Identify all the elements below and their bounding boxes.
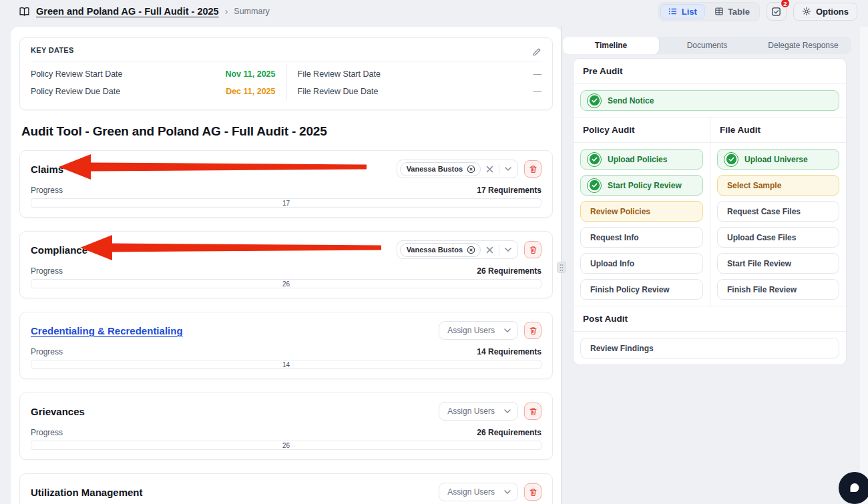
edit-dates-button[interactable] [529, 45, 544, 61]
file-audit-column: File Audit Upload Universe Select Sample… [710, 117, 846, 306]
table-icon [714, 7, 724, 16]
key-dates-card: KEY DATES Policy Review Start Date Nov 1… [19, 37, 553, 110]
trash-icon [529, 488, 537, 497]
chat-widget-button[interactable] [839, 472, 868, 504]
delete-section-button[interactable] [524, 483, 541, 501]
progress-label: Progress [31, 347, 63, 356]
delete-section-button[interactable] [524, 160, 541, 178]
file-review-due-row: File Review Due Date — [298, 83, 542, 100]
chevron-down-icon[interactable] [505, 167, 511, 171]
chat-bubble-icon [848, 481, 861, 495]
timeline-step-select-sample[interactable]: Select Sample [717, 175, 839, 196]
view-toggle: List Table [658, 2, 760, 21]
chevron-down-icon[interactable] [504, 409, 511, 413]
section-title-grievances: Grievances [31, 406, 85, 417]
requirements-count: 14 Requirements [477, 347, 541, 356]
pre-audit-header: Pre Audit [574, 59, 846, 84]
assign-users-select[interactable]: Assign Users [439, 483, 518, 501]
timeline-step-label: Upload Policies [608, 155, 667, 164]
timeline-step-finish-policy-review[interactable]: Finish Policy Review [580, 279, 703, 300]
breadcrumb-audit-link[interactable]: Green and Poland AG - Full Audit - 2025 [36, 6, 219, 17]
tasks-count-badge: 2 [780, 0, 791, 9]
assignee-select[interactable]: Vanessa Bustos [397, 160, 518, 178]
trash-icon [529, 246, 537, 254]
chevron-down-icon[interactable] [504, 490, 511, 494]
progress-bar-value: 26 [31, 441, 541, 449]
clear-selection-icon[interactable] [486, 246, 493, 254]
check-square-icon [771, 7, 781, 17]
post-audit-section: Post Audit Review Findings [574, 306, 846, 364]
section-title-compliance: Compliance [31, 244, 87, 256]
policy-review-start-row: Policy Review Start Date Nov 11, 2025 [31, 65, 276, 83]
remove-assignee-icon[interactable] [467, 246, 475, 254]
timeline-step-upload-info[interactable]: Upload Info [580, 253, 703, 274]
timeline-step-label: Request Info [590, 233, 639, 242]
timeline-step-label: Select Sample [727, 181, 781, 190]
assignee-chip[interactable]: Vanessa Bustos [400, 162, 481, 176]
timeline-step-review-findings[interactable]: Review Findings [580, 338, 839, 358]
timeline-step-finish-file-review[interactable]: Finish File Review [717, 279, 839, 300]
timeline-step-review-policies[interactable]: Review Policies [580, 201, 703, 222]
assignee-select[interactable]: Vanessa Bustos [397, 240, 518, 259]
select-divider [499, 244, 499, 255]
progress-bar-value: 14 [31, 360, 541, 368]
scrollbar-track[interactable] [860, 27, 868, 504]
check-circle-icon [587, 93, 602, 108]
requirements-count: 26 Requirements [477, 428, 541, 437]
assign-users-select[interactable]: Assign Users [439, 321, 518, 340]
timeline-step-label: Review Policies [590, 207, 650, 216]
tab-timeline[interactable]: Timeline [563, 37, 659, 54]
file-review-start-label: File Review Start Date [298, 69, 381, 79]
main-content: KEY DATES Policy Review Start Date Nov 1… [11, 27, 562, 504]
delete-section-button[interactable] [524, 403, 541, 420]
clear-selection-icon[interactable] [486, 166, 493, 173]
remove-assignee-icon[interactable] [467, 165, 475, 174]
section-card-grievances: Grievances Assign Users Progress 26 Requ… [19, 393, 553, 460]
policy-review-start-value: Nov 11, 2025 [225, 69, 275, 79]
timeline-step-label: Review Findings [590, 344, 654, 353]
audit-columns: Policy Audit Upload Policies Start Polic… [574, 117, 846, 306]
table-view-button[interactable]: Table [706, 4, 758, 19]
chevron-down-icon[interactable] [504, 328, 511, 332]
section-title-credentialing-link[interactable]: Credentialing & Recredentialing [31, 325, 183, 336]
timeline-step-label: Send Notice [608, 96, 654, 105]
select-divider [499, 164, 499, 174]
timeline-step-upload-case-files[interactable]: Upload Case Files [717, 227, 839, 248]
timeline-step-label: Upload Info [590, 259, 634, 268]
policy-review-start-label: Policy Review Start Date [31, 69, 123, 79]
assign-users-select[interactable]: Assign Users [439, 402, 518, 421]
timeline-step-start-file-review[interactable]: Start File Review [717, 253, 839, 274]
timeline-step-label: Finish Policy Review [590, 285, 670, 294]
list-view-button[interactable]: List [660, 4, 705, 19]
delete-section-button[interactable] [524, 322, 541, 339]
timeline-step-upload-universe[interactable]: Upload Universe [717, 149, 839, 170]
timeline-step-upload-policies[interactable]: Upload Policies [580, 149, 703, 170]
file-review-due-label: File Review Due Date [298, 87, 379, 96]
policy-review-due-row: Policy Review Due Date Dec 11, 2025 [31, 83, 276, 100]
policy-audit-header: Policy Audit [574, 117, 710, 143]
timeline-step-label: Start File Review [727, 259, 791, 268]
trash-icon [529, 407, 537, 416]
topbar: Green and Poland AG - Full Audit - 2025 … [0, 0, 868, 23]
delete-section-button[interactable] [524, 241, 541, 258]
timeline-step-label: Start Policy Review [608, 181, 682, 190]
tab-delegate-response[interactable]: Delegate Response [755, 37, 851, 54]
timeline-step-request-info[interactable]: Request Info [580, 227, 703, 248]
timeline-step-request-case-files[interactable]: Request Case Files [717, 201, 839, 222]
key-dates-title: KEY DATES [31, 46, 541, 61]
page-title: Audit Tool - Green and Poland AG - Full … [21, 124, 551, 139]
assignee-chip[interactable]: Vanessa Bustos [400, 243, 481, 257]
key-dates-grid: Policy Review Start Date Nov 11, 2025 Po… [31, 64, 541, 100]
tab-documents[interactable]: Documents [659, 37, 755, 54]
options-button[interactable]: Options [793, 3, 857, 21]
requirements-count: 26 Requirements [477, 266, 541, 276]
timeline-step-start-policy-review[interactable]: Start Policy Review [580, 175, 703, 196]
tasks-button[interactable]: 2 [767, 2, 787, 21]
chevron-down-icon[interactable] [505, 248, 511, 252]
policy-review-due-value: Dec 11, 2025 [226, 87, 275, 96]
progress-label: Progress [31, 186, 63, 195]
section-card-claims: Claims Vanessa Bustos [19, 150, 553, 218]
policy-review-due-label: Policy Review Due Date [31, 87, 120, 96]
assignee-name: Vanessa Bustos [407, 246, 463, 254]
timeline-step-send-notice[interactable]: Send Notice [580, 90, 839, 111]
